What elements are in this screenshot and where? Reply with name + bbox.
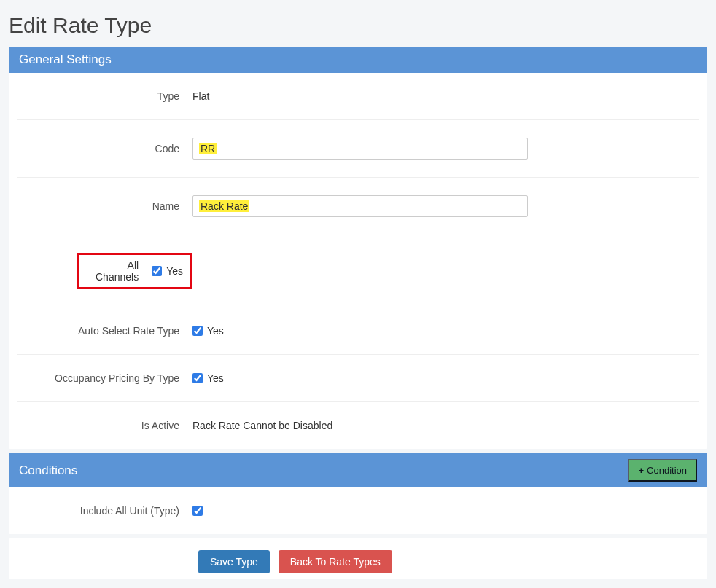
actions-panel: Save Type Back To Rate Types [9, 538, 707, 579]
back-to-rate-types-button[interactable]: Back To Rate Types [279, 550, 392, 573]
is-active-value: Rack Rate Cannot be Disabled [192, 420, 332, 431]
all-channels-yes: Yes [166, 265, 183, 277]
is-active-label: Is Active [17, 420, 192, 431]
page-title: Edit Rate Type [9, 13, 707, 38]
save-type-button[interactable]: Save Type [198, 550, 270, 573]
general-settings-heading: General Settings [19, 52, 112, 67]
occupancy-row: Occupancy Pricing By Type Yes [17, 355, 699, 402]
conditions-panel: Conditions + Condition Include All Unit … [9, 453, 707, 534]
add-condition-button[interactable]: + Condition [628, 459, 697, 482]
name-input[interactable]: Rack Rate [192, 195, 528, 217]
code-row: Code RR [17, 120, 699, 178]
conditions-heading: Conditions [19, 463, 77, 478]
include-all-row: Include All Unit (Type) [17, 487, 699, 534]
type-row: Type Flat [17, 73, 699, 120]
general-settings-panel: General Settings Type Flat Code RR Name … [9, 47, 707, 449]
occupancy-label: Occupancy Pricing By Type [17, 372, 192, 384]
type-label: Type [17, 90, 192, 102]
all-channels-highlight-box: All Channels Yes [77, 253, 192, 289]
add-condition-label: Condition [647, 465, 687, 476]
occupancy-yes: Yes [207, 372, 224, 384]
is-active-row: Is Active Rack Rate Cannot be Disabled [17, 402, 699, 449]
include-all-label: Include All Unit (Type) [17, 505, 192, 517]
auto-select-yes: Yes [207, 325, 224, 337]
name-label: Name [17, 200, 192, 212]
code-label: Code [17, 143, 192, 154]
include-all-checkbox[interactable] [192, 506, 203, 516]
code-input[interactable]: RR [192, 138, 528, 160]
auto-select-label: Auto Select Rate Type [17, 325, 192, 337]
general-settings-header: General Settings [9, 47, 707, 73]
conditions-header: Conditions + Condition [9, 453, 707, 487]
auto-select-checkbox[interactable] [192, 326, 203, 336]
all-channels-checkbox[interactable] [152, 266, 162, 276]
auto-select-row: Auto Select Rate Type Yes [17, 307, 699, 355]
all-channels-row: All Channels Yes [17, 235, 699, 307]
plus-icon: + [638, 465, 644, 476]
code-value-highlight: RR [199, 143, 217, 154]
type-value: Flat [192, 90, 209, 102]
name-row: Name Rack Rate [17, 178, 699, 235]
all-channels-label: All Channels [86, 259, 152, 283]
occupancy-checkbox[interactable] [192, 373, 203, 383]
name-value-highlight: Rack Rate [199, 200, 249, 212]
